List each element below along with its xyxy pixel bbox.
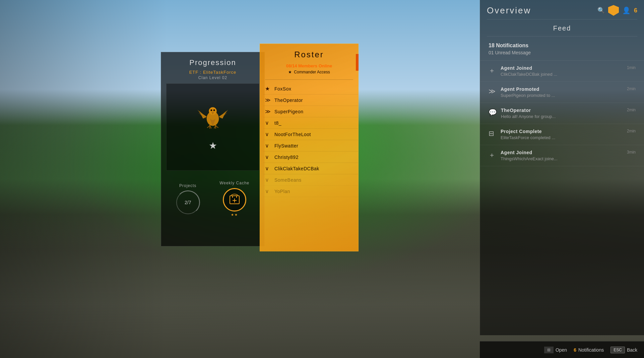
back-button[interactable]: ESC Back [610, 347, 637, 353]
feed-item-time: 3min [627, 150, 636, 155]
projects-label: Projects [179, 183, 196, 188]
feed-item-content: Agent Joined 1min ClikClakTakeDCBak join… [501, 65, 636, 77]
esc-key: ESC [610, 347, 625, 353]
open-label: Open [556, 347, 567, 353]
projects-circle[interactable]: 2/7 [176, 191, 200, 214]
rank-icon: ≫ [265, 108, 272, 115]
clan-name: ETF : EliteTaskForce [161, 70, 264, 75]
feed-item-header-row: TheOperator 2min [501, 108, 636, 113]
weekly-cache-label: Weekly Cache [219, 181, 249, 185]
feed-item-description: Hello all! Anyone for group... [501, 114, 636, 119]
svg-point-2 [210, 109, 212, 111]
feed-item-time: 2min [627, 129, 636, 133]
back-label: Back [627, 347, 637, 353]
feed-item-agent-promoted[interactable]: ≫ Agent Promoted 2min SuperPigeon promot… [480, 82, 644, 103]
roster-item[interactable]: ∨ ClikClakTakeDCBak [263, 163, 358, 174]
message-icon: 💬 [489, 108, 497, 116]
feed-item-content: TheOperator 2min Hello all! Anyone for g… [501, 108, 636, 119]
overview-panel: Overview 🔍 👤 6 Feed 18 Notifications 01 … [480, 0, 644, 335]
member-name: FoxSox [274, 86, 291, 92]
online-fraction: 08/14 Members Online [286, 63, 332, 68]
feed-title: Feed [480, 19, 644, 36]
member-name: ClikClakTakeDCBak [274, 166, 319, 171]
feed-item-title: Agent Joined [501, 150, 532, 155]
agent-joined-icon: ＋ [489, 66, 497, 75]
feed-item-title: Agent Promoted [501, 86, 539, 92]
person-icon[interactable]: 👤 [622, 6, 631, 14]
feed-item-header-row: Project Complete 2min [501, 129, 636, 134]
roster-item[interactable]: ≫ TheOperator [263, 95, 358, 106]
member-name: SuperPigeon [274, 109, 303, 114]
roster-panel: Roster 08/14 Members Online ★ Commander … [260, 44, 359, 251]
roster-title: Roster [260, 44, 358, 63]
feed-item-title: Agent Joined [501, 65, 532, 71]
bottom-bar: ⊞ Open 6 Notifications ESC Back [480, 341, 644, 358]
feed-item-content: Agent Promoted 2min SuperPigeon promoted… [501, 86, 636, 98]
rank-icon: ∨ [265, 165, 272, 172]
feed-item-title: Project Complete [501, 129, 542, 134]
rank-icon: ≫ [265, 97, 272, 103]
feed-item-description: SuperPigeon promoted to ... [501, 93, 636, 98]
clan-logo-svg [196, 103, 230, 130]
feed-item-content: Agent Joined 3min ThingsWhichAreExact jo… [501, 150, 636, 161]
star-icon: ★ [288, 70, 292, 74]
notifications-button[interactable]: 6 Notifications [574, 347, 604, 353]
notification-count: 6 [574, 347, 576, 353]
commander-access: ★ Commander Access [260, 70, 358, 74]
feed-item-header-row: Agent Promoted 2min [501, 86, 636, 92]
roster-item-offline[interactable]: ∨ SomeBeans [263, 174, 358, 186]
ui-container: Progression ETF : EliteTaskForce Clan Le… [0, 0, 644, 358]
roster-item[interactable]: ∨ t8_ [263, 117, 358, 129]
roster-item[interactable]: ∨ NootForTheLoot [263, 129, 358, 140]
alert-badge [356, 54, 359, 71]
header-count-badge: 6 [634, 7, 637, 14]
project-complete-icon: ⊟ [489, 129, 497, 137]
notifications-label: Notifications [578, 347, 604, 353]
agent-joined-icon-2: ＋ [489, 151, 497, 160]
clan-emblem-area: ★ [166, 83, 259, 171]
projects-value: 2/7 [185, 200, 191, 205]
shield-icon[interactable] [608, 5, 619, 16]
feed-item-content: Project Complete 2min EliteTaskForce com… [501, 129, 636, 140]
feed-item-operator-message[interactable]: 💬 TheOperator 2min Hello all! Anyone for… [480, 103, 644, 124]
feed-item-agent-joined-2[interactable]: ＋ Agent Joined 3min ThingsWhichAreExact … [480, 145, 644, 166]
feed-item-description: ThingsWhichAreExact joine... [501, 156, 636, 161]
feed-item-header-row: Agent Joined 1min [501, 65, 636, 71]
clan-star: ★ [209, 140, 217, 151]
member-name: YoPlan [274, 189, 290, 194]
feed-item-time: 2min [627, 108, 636, 112]
member-name: t8_ [274, 120, 281, 126]
members-online-count: 08/14 Members Online [260, 63, 358, 68]
roster-item[interactable]: ★ FoxSox [263, 83, 358, 95]
roster-item[interactable]: ∨ FlySwatter [263, 140, 358, 152]
progression-panel: Progression ETF : EliteTaskForce Clan Le… [161, 52, 265, 246]
weekly-cache-svg [228, 193, 241, 206]
header-icons: 🔍 👤 6 [597, 5, 637, 16]
rank-icon: ∨ [265, 142, 272, 149]
rank-icon: ∨ [265, 177, 272, 183]
feed-item-title: TheOperator [501, 108, 531, 113]
roster-item[interactable]: ≫ SuperPigeon [263, 106, 358, 117]
agent-promoted-icon: ≫ [489, 87, 497, 95]
open-button[interactable]: ⊞ Open [544, 347, 567, 353]
member-name: Christy892 [274, 155, 299, 160]
roster-item[interactable]: ∨ Christy892 [263, 152, 358, 163]
weekly-cache-icon[interactable] [223, 188, 246, 212]
rank-icon: ∨ [265, 154, 272, 160]
feed-item-agent-joined-1[interactable]: ＋ Agent Joined 1min ClikClakTakeDCBak jo… [480, 61, 644, 82]
feed-item-header-row: Agent Joined 3min [501, 150, 636, 155]
rank-icon: ∨ [265, 120, 272, 126]
member-name: FlySwatter [274, 143, 298, 148]
member-name: NootForTheLoot [274, 132, 311, 137]
weekly-stars: ★★ [231, 213, 238, 217]
progression-bottom: Projects 2/7 Weekly Cache ★★ [161, 174, 264, 223]
progression-title: Progression [161, 52, 264, 70]
feed-item-project-complete[interactable]: ⊟ Project Complete 2min EliteTaskForce c… [480, 124, 644, 145]
roster-divider [265, 79, 353, 80]
overview-header: Overview 🔍 👤 6 [480, 0, 644, 19]
roster-item-offline[interactable]: ∨ YoPlan [263, 186, 358, 197]
member-name: SomeBeans [274, 177, 302, 183]
feed-items: ＋ Agent Joined 1min ClikClakTakeDCBak jo… [480, 61, 644, 166]
search-icon[interactable]: 🔍 [597, 7, 605, 14]
notifications-summary: 18 Notifications 01 Unread Message [480, 37, 644, 61]
